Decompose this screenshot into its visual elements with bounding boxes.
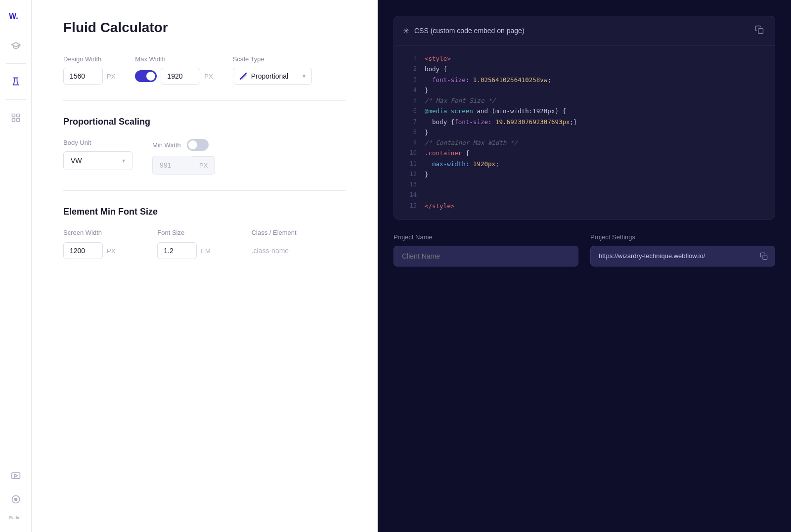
min-width-unit: PX <box>192 156 215 175</box>
sidebar-nav <box>6 36 26 466</box>
svg-rect-12 <box>763 255 767 260</box>
chevron-down-icon: ▾ <box>303 73 306 80</box>
min-width-group: Min Width PX <box>152 139 215 175</box>
code-block-title-row: ✳ CSS (custom code embed on page) <box>403 26 525 36</box>
font-size-value[interactable] <box>157 242 197 259</box>
sidebar: W. <box>0 0 32 532</box>
code-line-11: 11 max-width: 1920px; <box>394 159 775 169</box>
screen-width-cell: PX <box>63 242 157 259</box>
min-width-input-group: PX <box>152 156 215 175</box>
scale-type-value: Proportional <box>251 72 299 80</box>
asterisk-icon: ✳ <box>403 26 409 36</box>
max-width-toggle[interactable] <box>135 70 157 82</box>
code-line-4: 4 } <box>394 85 775 95</box>
sidebar-item-layers[interactable] <box>6 108 26 128</box>
max-width-input[interactable] <box>161 68 200 85</box>
code-line-15: 15 </style> <box>394 201 775 211</box>
sidebar-item-video[interactable] <box>6 466 26 486</box>
sidebar-item-circle[interactable] <box>6 489 26 509</box>
page-title: Fluid Calculator <box>63 20 346 36</box>
project-settings-field: Project Settings <box>590 233 775 266</box>
code-line-3: 3 font-size: 1.0256410256410258vw; <box>394 75 775 85</box>
project-url-input[interactable] <box>591 246 753 266</box>
divider-1 <box>63 100 346 101</box>
table-row: PX EM .class-name <box>63 242 346 259</box>
min-width-label-row: Min Width <box>152 139 215 151</box>
scale-type-group: Scale Type Proportional ▾ <box>233 55 312 85</box>
design-width-group: Design Width PX <box>63 55 115 85</box>
max-width-input-row: PX <box>135 68 213 85</box>
svg-rect-4 <box>16 119 19 122</box>
code-line-8: 8 } <box>394 127 775 137</box>
design-width-unit: PX <box>107 73 115 80</box>
screen-width-value[interactable] <box>63 242 103 259</box>
class-element-col-header: Class / Element <box>252 229 346 236</box>
code-line-2: 2 body { <box>394 64 775 74</box>
svg-point-8 <box>14 498 17 501</box>
divider-2 <box>63 190 346 191</box>
code-line-14: 14 <box>394 190 775 200</box>
code-line-7: 7 body {font-size: 19.692307692307693px;… <box>394 117 775 127</box>
font-size-col-header: Font Size <box>157 229 251 236</box>
max-width-group: Max Width PX <box>135 55 213 85</box>
max-width-unit: PX <box>204 73 213 80</box>
class-element-cell: .class-name <box>252 247 346 255</box>
font-size-table: Screen Width Font Size Class / Element P… <box>63 229 346 259</box>
design-width-label: Design Width <box>63 55 115 63</box>
code-line-13: 13 <box>394 179 775 190</box>
project-name-field: Project Name <box>394 233 578 266</box>
body-unit-group: Body Unit VW ▾ <box>63 139 132 170</box>
code-line-10: 10 .container { <box>394 148 775 158</box>
code-line-6: 6 @media screen and (min-width:1920px) { <box>394 106 775 116</box>
font-size-cell: EM <box>157 242 251 259</box>
min-width-input <box>152 156 192 175</box>
svg-rect-1 <box>12 114 15 117</box>
project-settings-label: Project Settings <box>590 233 775 241</box>
body-unit-label: Body Unit <box>63 139 132 146</box>
svg-rect-11 <box>758 29 763 34</box>
code-line-5: 5 /* Max Font Size */ <box>394 95 775 106</box>
widths-row: Design Width PX Max Width PX <box>63 55 346 85</box>
design-width-input[interactable] <box>63 68 103 85</box>
screen-width-col-header: Screen Width <box>63 229 157 236</box>
body-unit-row: Body Unit VW ▾ Min Width <box>63 139 346 175</box>
svg-marker-6 <box>14 474 17 478</box>
copy-button[interactable] <box>753 23 766 38</box>
project-info: Project Name Project Settings <box>394 233 775 266</box>
main-area: Fluid Calculator Design Width PX Max Wid… <box>32 0 791 532</box>
scale-type-select[interactable]: Proportional ▾ <box>233 68 312 85</box>
class-value: .class-name <box>252 247 289 255</box>
sidebar-item-lab[interactable] <box>6 72 26 91</box>
sidebar-divider <box>6 63 26 64</box>
right-panel: ✳ CSS (custom code embed on page) 1 <sty… <box>378 0 791 532</box>
body-unit-value: VW <box>71 157 82 165</box>
sidebar-bottom: Earlier <box>6 466 26 524</box>
proportional-icon <box>239 72 247 80</box>
table-header: Screen Width Font Size Class / Element <box>63 229 346 236</box>
svg-rect-2 <box>16 114 19 117</box>
project-url-row <box>590 246 775 266</box>
max-width-label: Max Width <box>135 55 213 63</box>
body-unit-chevron-icon: ▾ <box>122 157 125 164</box>
app-logo[interactable]: W. <box>8 8 24 24</box>
code-body: 1 <style> 2 body { 3 font-size: 1.025641… <box>394 45 775 219</box>
svg-text:W.: W. <box>9 12 18 20</box>
design-width-input-row: PX <box>63 68 115 85</box>
code-line-9: 9 /* Container Max Width */ <box>394 137 775 148</box>
code-line-12: 12 } <box>394 169 775 179</box>
body-unit-select[interactable]: VW ▾ <box>63 151 132 170</box>
min-width-toggle[interactable] <box>187 139 209 151</box>
element-min-font-size-title: Element Min Font Size <box>63 207 346 217</box>
code-block-header: ✳ CSS (custom code embed on page) <box>394 16 775 45</box>
sidebar-item-learn[interactable] <box>6 36 26 55</box>
font-size-unit: EM <box>201 247 211 255</box>
css-code-block: ✳ CSS (custom code embed on page) 1 <sty… <box>394 16 775 220</box>
svg-rect-3 <box>12 119 15 122</box>
project-name-input[interactable] <box>394 246 578 266</box>
url-copy-button[interactable] <box>753 246 775 266</box>
left-panel: Fluid Calculator Design Width PX Max Wid… <box>32 0 378 532</box>
svg-rect-5 <box>11 473 20 479</box>
proportional-scaling-title: Proportional Scaling <box>63 117 346 127</box>
earlier-label: Earlier <box>9 515 22 520</box>
code-block-title: CSS (custom code embed on page) <box>414 27 525 35</box>
